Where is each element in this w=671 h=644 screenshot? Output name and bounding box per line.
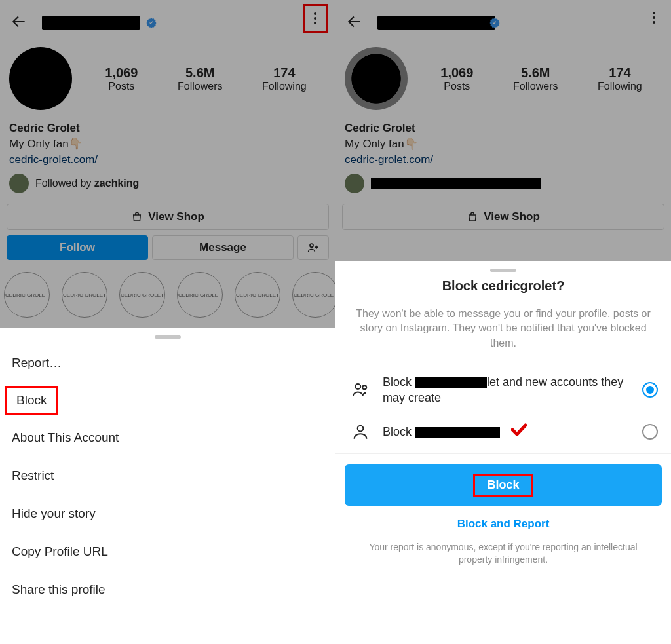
- radio-option-1[interactable]: [642, 382, 658, 398]
- block-title: Block cedricgrolet?: [336, 278, 671, 294]
- menu-restrict[interactable]: Restrict: [0, 457, 336, 495]
- menu-hide-story[interactable]: Hide your story: [0, 495, 336, 533]
- people-icon: [349, 380, 372, 400]
- menu-about[interactable]: About This Account: [0, 419, 336, 457]
- sheet-grab-handle[interactable]: [490, 269, 516, 272]
- block-option-new-accounts[interactable]: Block let and new accounts they may crea…: [336, 366, 671, 414]
- right-screenshot: 1,069 Posts 5.6M Followers 174 Following…: [336, 0, 671, 644]
- radio-option-2[interactable]: [642, 424, 658, 440]
- menu-report[interactable]: Report…: [0, 344, 336, 382]
- annotation-check-icon: [511, 423, 527, 436]
- block-confirm-button[interactable]: Block: [345, 464, 662, 506]
- svg-point-2: [362, 386, 366, 390]
- dim-overlay: [336, 0, 671, 261]
- block-footnote: Your report is anonymous, except if you'…: [336, 541, 671, 567]
- menu-share-profile[interactable]: Share this profile: [0, 571, 336, 609]
- block-description: They won't be able to message you or fin…: [336, 307, 671, 350]
- block-option-text: Block let and new accounts they may crea…: [383, 374, 632, 406]
- redacted-username-icon: [415, 377, 487, 388]
- svg-point-3: [358, 425, 364, 431]
- left-screenshot: 1,069 Posts 5.6M Followers 174 Following…: [0, 0, 336, 644]
- divider: [336, 453, 671, 454]
- dim-overlay: [0, 0, 336, 328]
- sheet-grab-handle[interactable]: [155, 335, 181, 339]
- person-icon: [349, 422, 372, 442]
- block-option-single[interactable]: Block: [336, 414, 671, 449]
- menu-block[interactable]: Block: [5, 386, 58, 415]
- block-and-report-button[interactable]: Block and Report: [336, 511, 671, 541]
- options-bottom-sheet: Report… Block About This Account Restric…: [0, 328, 336, 644]
- redacted-username-icon: [415, 427, 500, 438]
- svg-point-1: [355, 384, 360, 389]
- block-label: Block: [473, 474, 533, 497]
- block-option-text: Block: [383, 424, 632, 440]
- menu-copy-url[interactable]: Copy Profile URL: [0, 533, 336, 571]
- block-confirm-sheet: Block cedricgrolet? They won't be able t…: [336, 261, 671, 644]
